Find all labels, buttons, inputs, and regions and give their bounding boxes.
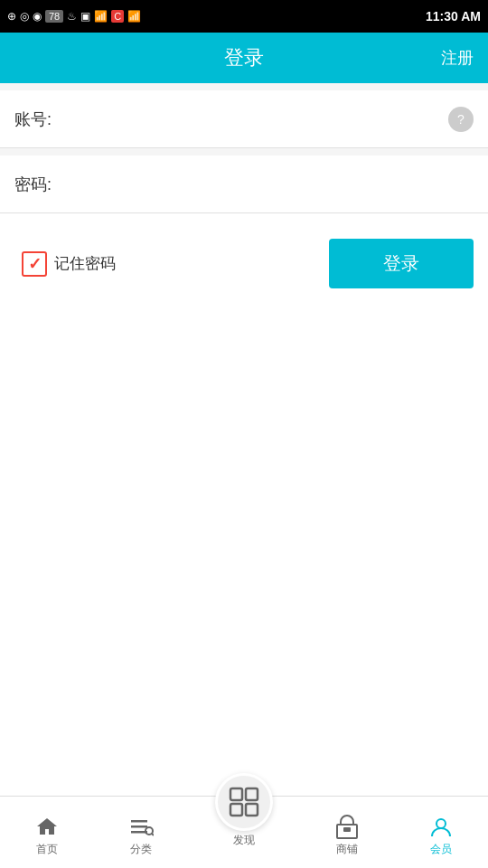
nav-item-shop[interactable]: 商铺 (327, 811, 367, 861)
discover-icon (228, 786, 260, 818)
status-bar: ⊕ ◎ ◉ 78 ♨ ▣ 📶 C 📶 11:30 AM (0, 0, 488, 33)
discover-circle (215, 773, 273, 831)
svg-rect-10 (343, 827, 351, 832)
battery-78-icon: 78 (45, 10, 63, 23)
c-icon: C (111, 10, 124, 23)
header: 登录 注册 (0, 33, 488, 83)
nav-item-member[interactable]: 会员 (421, 811, 461, 861)
qr-icon: ◎ (20, 10, 29, 23)
nav-label-discover: 发现 (233, 833, 255, 848)
page-title: 登录 (224, 44, 264, 71)
top-spacer (0, 83, 488, 90)
password-label: 密码: (14, 174, 78, 195)
status-time: 11:30 AM (426, 9, 481, 24)
svg-rect-6 (246, 788, 258, 800)
circle-icon: ◉ (33, 10, 42, 23)
nav-label-shop: 商铺 (336, 842, 358, 857)
home-icon (34, 815, 60, 840)
wifi-icon: 📶 (94, 10, 108, 23)
nav-item-discover[interactable]: 发现 (215, 773, 273, 848)
options-row: ✓ 记住密码 登录 (0, 213, 488, 288)
nav-item-category[interactable]: 分类 (121, 811, 161, 861)
checkbox-box: ✓ (22, 251, 47, 277)
category-icon (128, 815, 154, 840)
login-button[interactable]: 登录 (329, 239, 474, 288)
status-icons: ⊕ ◎ ◉ 78 ♨ ▣ 📶 C 📶 (7, 10, 141, 23)
svg-rect-1 (131, 826, 147, 828)
nav-label-category: 分类 (130, 842, 152, 857)
svg-rect-7 (230, 804, 242, 816)
account-field-row: 账号: ? (0, 90, 488, 148)
member-icon (428, 815, 454, 840)
bottom-nav: 首页 分类 发现 商铺 (0, 796, 488, 868)
svg-line-4 (152, 834, 154, 835)
nav-label-home: 首页 (36, 842, 58, 857)
mid-spacer (0, 148, 488, 156)
account-hint-icon[interactable]: ? (448, 107, 474, 132)
image-icon: ▣ (80, 10, 90, 23)
svg-point-11 (436, 819, 446, 828)
plus-icon: ⊕ (7, 10, 16, 23)
account-input[interactable] (78, 109, 448, 128)
signal-icon: 📶 (127, 10, 141, 23)
nav-item-home[interactable]: 首页 (27, 811, 67, 861)
password-input[interactable] (78, 175, 474, 193)
account-label: 账号: (14, 108, 78, 130)
svg-rect-5 (230, 788, 242, 800)
content-area: 账号: ? 密码: ✓ 记住密码 登录 (0, 83, 488, 361)
shop-icon (334, 815, 360, 840)
svg-rect-0 (131, 820, 147, 823)
remember-password-checkbox[interactable]: ✓ 记住密码 (22, 251, 116, 277)
register-button[interactable]: 注册 (441, 47, 474, 69)
steam-icon: ♨ (67, 10, 77, 23)
svg-rect-8 (246, 804, 258, 816)
password-field-row: 密码: (0, 156, 488, 213)
checkbox-check-icon: ✓ (28, 254, 42, 274)
nav-label-member: 会员 (430, 842, 452, 857)
remember-label: 记住密码 (54, 253, 116, 274)
